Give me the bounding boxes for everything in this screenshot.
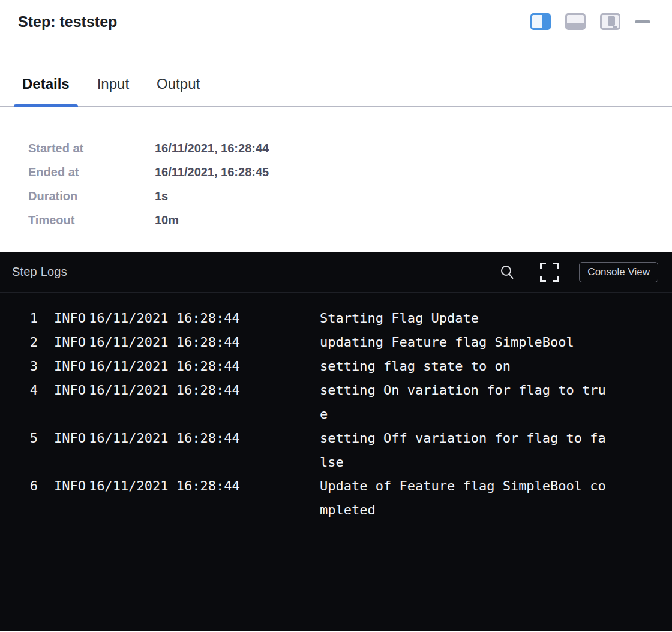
log-line-number: 1 [0,306,38,330]
split-right-view-icon[interactable] [530,13,551,30]
log-line: 3 INFO 16/11/2021 16:28:44 setting flag … [0,354,672,378]
tab-output[interactable]: Output [148,76,208,106]
log-line-number: 3 [0,354,38,378]
view-controls [530,13,650,30]
log-line-number: 6 [0,474,38,498]
log-timestamp: 16/11/2021 16:28:44 [89,306,245,330]
log-lines: 1 INFO 16/11/2021 16:28:44 Starting Flag… [0,293,672,522]
log-line: 1 INFO 16/11/2021 16:28:44 Starting Flag… [0,306,672,330]
log-line: 6 INFO 16/11/2021 16:28:44 Update of Fea… [0,474,672,522]
log-level: INFO [54,378,89,402]
details-panel: Started at 16/11/2021, 16:28:44 Ended at… [0,107,672,252]
tab-input[interactable]: Input [89,76,137,106]
detail-label: Timeout [28,208,155,232]
log-line-number: 2 [0,330,38,354]
log-message: setting flag state to on [320,354,607,378]
step-logs-title: Step Logs [12,265,67,279]
split-bottom-view-icon[interactable] [565,13,586,30]
log-line: 5 INFO 16/11/2021 16:28:44 setting Off v… [0,426,672,474]
step-logs-panel: Step Logs Console View 1 [0,252,672,631]
detail-value: 10m [155,208,179,232]
log-message: Starting Flag Update [320,306,607,330]
floating-view-icon[interactable] [600,13,620,30]
console-view-button[interactable]: Console View [579,262,658,282]
log-line: 2 INFO 16/11/2021 16:28:44 updating Feat… [0,330,672,354]
log-message: updating Feature flag SimpleBool [320,330,607,354]
log-level: INFO [54,306,89,330]
page-title: Step: teststep [18,13,117,30]
icon-shape [613,26,617,28]
minimize-icon[interactable] [635,20,650,23]
icon-shape [608,16,615,26]
step-details-panel: Step: teststep Details Input Output Star… [0,0,672,252]
log-line-number: 4 [0,378,38,402]
detail-row: Started at 16/11/2021, 16:28:44 [28,136,672,160]
log-message: Update of Feature flag SimpleBool comple… [320,474,607,522]
log-level: INFO [54,330,89,354]
detail-value: 16/11/2021, 16:28:45 [155,160,269,184]
log-line-number: 5 [0,426,38,450]
titlebar: Step: teststep [0,0,672,52]
log-timestamp: 16/11/2021 16:28:44 [89,426,245,450]
detail-row: Timeout 10m [28,208,672,232]
tab-details[interactable]: Details [14,76,78,106]
detail-label: Ended at [28,160,155,184]
log-timestamp: 16/11/2021 16:28:44 [89,330,245,354]
tab-bar: Details Input Output [0,52,672,107]
step-logs-actions: Console View [500,262,658,282]
log-level: INFO [54,426,89,450]
detail-label: Started at [28,136,155,160]
detail-row: Ended at 16/11/2021, 16:28:45 [28,160,672,184]
expand-fullscreen-icon[interactable] [539,262,560,282]
log-timestamp: 16/11/2021 16:28:44 [89,378,245,402]
log-timestamp: 16/11/2021 16:28:44 [89,474,245,498]
log-message: setting On variation for flag to true [320,378,607,426]
log-line: 4 INFO 16/11/2021 16:28:44 setting On va… [0,378,672,426]
log-level: INFO [54,354,89,378]
detail-row: Duration 1s [28,184,672,208]
log-timestamp: 16/11/2021 16:28:44 [89,354,245,378]
log-level: INFO [54,474,89,498]
detail-value: 1s [155,184,168,208]
detail-value: 16/11/2021, 16:28:44 [155,136,269,160]
step-logs-header: Step Logs Console View [0,252,672,293]
detail-label: Duration [28,184,155,208]
log-message: setting Off variation for flag to false [320,426,607,474]
search-icon[interactable] [500,264,514,280]
